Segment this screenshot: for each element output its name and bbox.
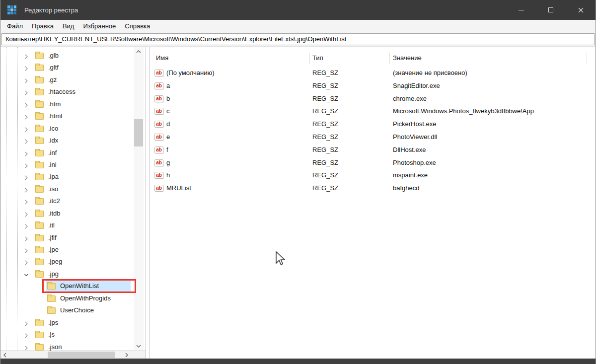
registry-value-row[interactable]: abbREG_SZchrome.exe [149,92,596,105]
close-button[interactable] [566,0,596,20]
tree-horizontal-scrollbar[interactable] [0,350,146,359]
folder-icon [35,89,44,95]
menu-item-избранное[interactable]: Избранное [78,20,120,33]
chevron-right-icon[interactable] [24,65,29,70]
tree-item-gltf[interactable]: .gltf [0,62,146,73]
menu-item-файл[interactable]: Файл [2,20,27,33]
column-divider[interactable] [309,53,310,64]
tree-item-jpe[interactable]: .jpe [0,244,146,256]
registry-value-row[interactable]: abfREG_SZDllHost.exe [149,144,596,156]
value-name: MRUList [166,182,191,195]
tree-item-label: .json [48,341,62,353]
tree-item-itc2[interactable]: .itc2 [0,195,146,207]
column-header-name[interactable]: Имя [156,51,168,65]
chevron-right-icon[interactable] [24,235,29,240]
folder-icon [35,53,44,59]
scroll-up-arrow[interactable] [134,47,144,56]
chevron-right-icon[interactable] [24,320,29,325]
chevron-right-icon[interactable] [24,53,29,58]
value-data: DllHost.exe [393,144,426,156]
tree-item-gz[interactable]: .gz [0,74,146,86]
chevron-right-icon[interactable] [24,247,29,252]
window-title: Редактор реестра [24,6,506,14]
chevron-right-icon[interactable] [24,174,29,179]
tree-item-openwithprogids[interactable]: OpenWithProgids [0,292,146,304]
string-value-icon: ab [154,95,163,102]
registry-value-row[interactable]: abcREG_SZMicrosoft.Windows.Photos_8wekyb… [149,105,596,118]
chevron-right-icon[interactable] [24,259,29,264]
chevron-right-icon[interactable] [24,102,29,107]
registry-value-row[interactable]: abMRUListREG_SZbafghecd [149,182,596,195]
tree-item-idx[interactable]: .idx [0,135,146,146]
chevron-right-icon[interactable] [24,114,29,119]
minimize-button[interactable] [506,0,536,20]
tree-item-openwithlist[interactable]: OpenWithList [0,280,146,292]
tree-item-itdb[interactable]: .itdb [0,208,146,219]
vertical-scrollbar-thumb[interactable] [134,119,143,146]
registry-values-panel: Имя Тип Значение ab(По умолчанию)REG_SZ(… [149,47,596,359]
tree-item-ini[interactable]: .ini [0,159,146,171]
tree-item-ico[interactable]: .ico [0,123,146,135]
menu-item-вид[interactable]: Вид [58,20,79,33]
list-rows: ab(По умолчанию)REG_SZ(значение не присв… [149,67,596,195]
chevron-right-icon[interactable] [24,345,29,350]
tree-item-label: .html [48,110,62,122]
folder-icon [35,332,44,338]
chevron-right-icon[interactable] [24,187,29,192]
scroll-down-arrow[interactable] [134,342,144,350]
tree-item-inf[interactable]: .inf [0,147,146,159]
tree-item-htm[interactable]: .htm [0,98,146,110]
chevron-right-icon[interactable] [24,126,29,131]
tree-item-label: .glb [48,50,59,62]
value-type: REG_SZ [312,118,338,131]
tree-item-iso[interactable]: .iso [0,183,146,195]
tree-item-js[interactable]: .js [0,329,146,341]
registry-value-row[interactable]: abgREG_SZPhotoshop.exe [149,156,596,169]
column-divider[interactable] [587,53,587,64]
tree-item-glb[interactable]: .glb [0,50,146,62]
panel-splitter[interactable] [146,47,149,359]
scroll-left-arrow[interactable] [0,351,9,359]
menu-item-правка[interactable]: Правка [27,20,58,33]
tree-item-jps[interactable]: .jps [0,317,146,329]
menu-item-справка[interactable]: Справка [120,20,154,33]
address-input[interactable]: Компьютер\HKEY_CURRENT_USER\Software\Mic… [1,33,595,45]
chevron-right-icon[interactable] [24,77,29,82]
registry-value-row[interactable]: ab(По умолчанию)REG_SZ(значение не присв… [149,67,596,79]
tree-item-itl[interactable]: .itl [0,219,146,231]
chevron-right-icon[interactable] [24,89,29,94]
tree-item-html[interactable]: .html [0,110,146,122]
tree-item-jfif[interactable]: .jfif [0,232,146,244]
scroll-right-arrow[interactable] [122,351,131,359]
value-data: Photoshop.exe [393,156,436,169]
registry-value-row[interactable]: abdREG_SZPickerHost.exe [149,118,596,131]
string-value-icon: ab [154,121,163,128]
chevron-right-icon[interactable] [24,199,29,204]
maximize-button[interactable] [536,0,566,20]
column-header-value[interactable]: Значение [393,51,422,65]
registry-value-row[interactable]: abhREG_SZmspaint.exe [149,169,596,182]
tree-item-ipa[interactable]: .ipa [0,171,146,183]
tree-item-userchoice[interactable]: UserChoice [0,304,146,316]
column-divider[interactable] [389,53,390,64]
chevron-down-icon[interactable] [24,272,29,277]
chevron-right-icon[interactable] [24,223,29,228]
registry-value-row[interactable]: abaREG_SZSnagitEditor.exe [149,79,596,92]
column-header-type[interactable]: Тип [312,51,323,65]
chevron-right-icon[interactable] [24,138,29,143]
registry-value-row[interactable]: abeREG_SZPhotoViewer.dll [149,131,596,144]
chevron-right-icon[interactable] [24,150,29,155]
string-value-icon: ab [154,159,163,166]
chevron-right-icon[interactable] [24,211,29,216]
string-value-icon: ab [154,146,163,153]
folder-icon [35,320,44,326]
chevron-right-icon[interactable] [24,332,29,337]
tree-item-jpeg[interactable]: .jpeg [0,256,146,268]
folder-icon [35,150,44,156]
tree-item-jpg[interactable]: .jpg [0,268,146,280]
string-value-icon: ab [154,108,163,115]
tree-vertical-scrollbar[interactable] [134,47,144,350]
menubar: ФайлПравкаВидИзбранноеСправка [0,20,596,33]
chevron-right-icon[interactable] [24,162,29,167]
tree-item-htaccess[interactable]: .htaccess [0,86,146,98]
